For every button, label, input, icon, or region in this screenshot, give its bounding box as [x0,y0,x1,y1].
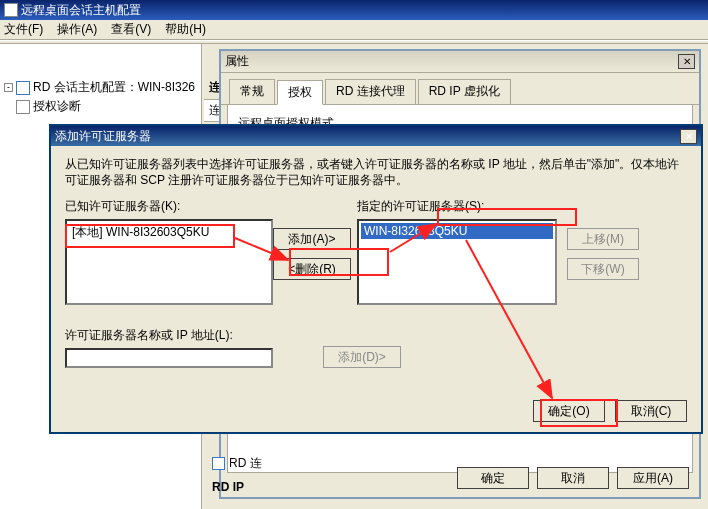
properties-button-row: 确定 取消 应用(A) [457,467,689,489]
properties-tabstrip: 常规 授权 RD 连接代理 RD IP 虚拟化 [221,73,699,105]
col-middle-buttons: 添加(A)> <删除(R) [273,198,357,305]
add-license-title: 添加许可证服务器 [55,128,151,145]
col-specified: 指定的许可证服务器(S): WIN-8I32603Q5KU [357,198,557,305]
tree-item-label: 授权诊断 [33,98,81,115]
menu-file[interactable]: 文件(F) [4,21,43,38]
rd-icon [212,457,225,470]
ip-row: 许可证服务器名称或 IP 地址(L): 添加(D)> [65,327,687,368]
tab-general[interactable]: 常规 [229,79,275,104]
known-listbox[interactable]: [本地] WIN-8I32603Q5KU [65,219,273,305]
add-license-dialog: 添加许可证服务器 ✕ 从已知许可证服务器列表中选择许可证服务器，或者键入许可证服… [49,124,703,434]
properties-titlebar: 属性 ✕ [221,51,699,73]
menu-action[interactable]: 操作(A) [57,21,97,38]
columns: 已知许可证服务器(K): [本地] WIN-8I32603Q5KU 添加(A)>… [65,198,687,305]
tree-expander-icon[interactable]: - [4,83,13,92]
specified-list-item[interactable]: WIN-8I32603Q5KU [361,223,553,239]
menu-help[interactable]: 帮助(H) [165,21,206,38]
down-button[interactable]: 下移(W) [567,258,639,280]
tree-item-rd-host[interactable]: - RD 会话主机配置：WIN-8I326 [2,78,199,97]
add-license-body: 从已知许可证服务器列表中选择许可证服务器，或者键入许可证服务器的名称或 IP 地… [51,146,701,432]
instructions-text: 从已知许可证服务器列表中选择许可证服务器，或者键入许可证服务器的名称或 IP 地… [65,156,687,188]
col-updown: 上移(M) 下移(W) [567,198,647,305]
menu-view[interactable]: 查看(V) [111,21,151,38]
add2-button[interactable]: 添加(D)> [323,346,401,368]
menubar: 文件(F) 操作(A) 查看(V) 帮助(H) [0,20,708,40]
tab-ip[interactable]: RD IP 虚拟化 [418,79,511,104]
peek-rdip-label: RD IP [212,480,244,494]
close-icon[interactable]: ✕ [680,129,697,144]
ok-button[interactable]: 确定 [457,467,529,489]
apply-button[interactable]: 应用(A) [617,467,689,489]
tree-item-label: RD 会话主机配置：WIN-8I326 [33,79,195,96]
close-icon[interactable]: ✕ [678,54,695,69]
ip-input[interactable] [65,348,273,368]
add-button[interactable]: 添加(A)> [273,228,351,250]
peek-rd-row[interactable]: RD 连 [212,452,262,474]
peek-rdip-row[interactable]: RD IP [212,476,244,498]
specified-label: 指定的许可证服务器(S): [357,198,557,215]
bottom-button-row: 确定(O) 取消(C) [533,400,687,422]
add-license-titlebar: 添加许可证服务器 ✕ [51,126,701,146]
ip-label: 许可证服务器名称或 IP 地址(L): [65,327,273,344]
main-window-titlebar: 远程桌面会话主机配置 [0,0,708,20]
rd-host-icon [16,81,30,95]
doc-icon [16,100,30,114]
window-title: 远程桌面会话主机配置 [21,2,141,19]
known-list-item[interactable]: [本地] WIN-8I32603Q5KU [69,223,269,242]
tab-license[interactable]: 授权 [277,80,323,105]
col-known: 已知许可证服务器(K): [本地] WIN-8I32603Q5KU [65,198,273,305]
cancel-button[interactable]: 取消 [537,467,609,489]
ok-button[interactable]: 确定(O) [533,400,605,422]
window-icon [4,3,18,17]
remove-button[interactable]: <删除(R) [273,258,351,280]
tree-item-license-diag[interactable]: 授权诊断 [2,97,199,116]
properties-title: 属性 [225,53,249,70]
specified-listbox[interactable]: WIN-8I32603Q5KU [357,219,557,305]
known-label: 已知许可证服务器(K): [65,198,273,215]
ip-col: 许可证服务器名称或 IP 地址(L): [65,327,273,368]
peek-rd-label: RD 连 [229,455,262,472]
cancel-button[interactable]: 取消(C) [615,400,687,422]
up-button[interactable]: 上移(M) [567,228,639,250]
tab-broker[interactable]: RD 连接代理 [325,79,416,104]
